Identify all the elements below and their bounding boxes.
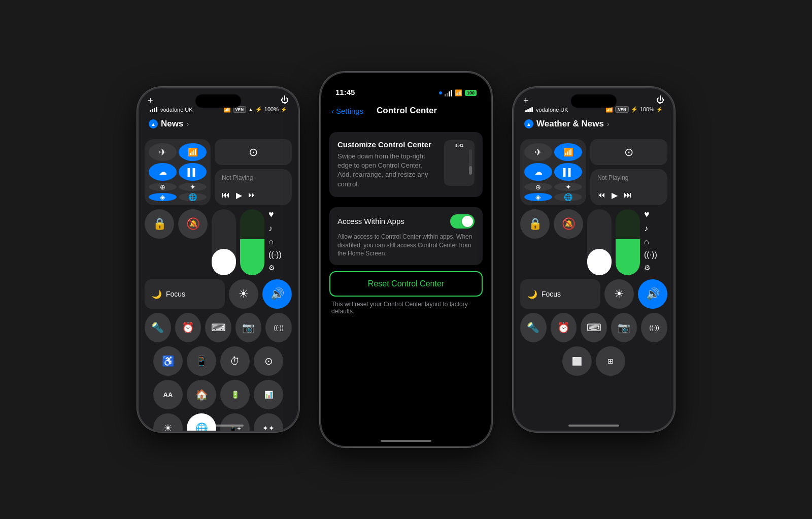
timer-btn-left[interactable]: ⏰ bbox=[175, 313, 201, 342]
grid-row1-right: 🔦 ⏰ ⌨ 📷 ((·)) bbox=[520, 313, 667, 342]
flashlight-btn-left[interactable]: 🔦 bbox=[145, 313, 171, 342]
wifi-btn-left[interactable]: 📶 bbox=[179, 143, 207, 161]
nav-title-settings: Control Center bbox=[363, 106, 450, 116]
airplay-block-left[interactable]: ⊙ bbox=[215, 139, 292, 165]
signal2-btn-left[interactable]: ((·)) bbox=[265, 313, 292, 342]
airplane-btn-right[interactable]: ✈ bbox=[524, 143, 552, 161]
play-btn-left[interactable]: ▶ bbox=[236, 190, 242, 200]
volume-btn-right[interactable]: 🔊 bbox=[638, 279, 667, 309]
remote-btn-left[interactable]: 📱 bbox=[187, 346, 216, 376]
back-button-settings[interactable]: ‹ Settings bbox=[331, 107, 363, 115]
volume-btn-left[interactable]: 🔊 bbox=[262, 279, 292, 309]
brightness-btn-right[interactable]: ☀ bbox=[604, 279, 634, 309]
camera-btn-right[interactable]: 📷 bbox=[611, 313, 637, 342]
timer-btn-right[interactable]: ⏰ bbox=[551, 313, 577, 342]
wifi-btn-right[interactable]: 📶 bbox=[554, 143, 582, 161]
bell-btn-left[interactable]: 🔕 bbox=[178, 209, 208, 239]
dynamic-island-left bbox=[195, 94, 241, 108]
volume-slider-left[interactable] bbox=[240, 209, 264, 275]
cellular-btn-right[interactable]: ▌▌ bbox=[554, 163, 582, 181]
wifi2-btn-left[interactable]: ☁ bbox=[149, 163, 177, 181]
app-title-bar-left: ▲ News › bbox=[139, 116, 298, 132]
battery-btn-left[interactable]: 🔋 bbox=[220, 380, 250, 409]
power-button-left[interactable]: ⏻ bbox=[281, 95, 289, 105]
home-bar-right bbox=[568, 425, 619, 427]
airplane-btn-left[interactable]: ✈ bbox=[149, 143, 177, 161]
music-note-icon-left: ♪ bbox=[268, 224, 282, 233]
brightness-btn-left[interactable]: ☀ bbox=[229, 279, 258, 309]
grid-row3-left: AA 🏠 🔋 📊 bbox=[145, 380, 292, 409]
flashlight-btn-right[interactable]: 🔦 bbox=[520, 313, 547, 342]
link-btn-left[interactable]: ⊕ bbox=[149, 183, 177, 191]
play-btn-right[interactable]: ▶ bbox=[612, 190, 618, 200]
customize-card: Customize Control Center Swipe down from… bbox=[329, 132, 483, 197]
brightness-slider-left[interactable] bbox=[212, 209, 236, 275]
reset-control-center-button[interactable]: Reset Control Center bbox=[329, 271, 483, 297]
globe-btn-left[interactable]: 🌐 bbox=[179, 193, 207, 201]
signal2-btn-right[interactable]: ((·)) bbox=[641, 313, 667, 342]
middle-row-right: 🔒 🔕 ♥ ♪ ⌂ ((·)) ⚙ bbox=[520, 209, 667, 275]
access-within-apps-row: Access Within Apps Allow access to Contr… bbox=[329, 207, 483, 265]
battery-pct-left: 100% bbox=[264, 106, 279, 112]
clock-btn-left[interactable]: ⏱ bbox=[220, 346, 250, 376]
airplay-icon-right: ⊙ bbox=[624, 146, 633, 159]
rewind-btn-right[interactable]: ⏮ bbox=[597, 190, 605, 200]
volume-icon-right: 🔊 bbox=[646, 287, 660, 301]
bluetooth-btn-left[interactable]: ✦ bbox=[179, 183, 207, 191]
accessibility-btn-left[interactable]: ♿ bbox=[153, 346, 183, 376]
forward-btn-left[interactable]: ⏭ bbox=[248, 190, 256, 200]
settings-nav: ‹ Settings Control Center bbox=[321, 101, 491, 121]
globe-btn-right[interactable]: 🌐 bbox=[554, 193, 582, 201]
chevron-left: › bbox=[186, 120, 189, 128]
bluetooth-btn-right[interactable]: ✦ bbox=[554, 183, 582, 191]
toggle-item-access: Access Within Apps bbox=[337, 214, 475, 229]
brightness2-btn-left[interactable]: ☀ bbox=[153, 413, 183, 432]
moon-icon-right: 🌙 bbox=[527, 289, 537, 299]
wifi2-btn-right[interactable]: ☁ bbox=[524, 163, 552, 181]
focus-label-right: Focus bbox=[542, 290, 561, 298]
music-note-icon-right: ♪ bbox=[644, 224, 657, 233]
lock-btn-left[interactable]: 🔒 bbox=[145, 209, 174, 239]
screen-btn-right[interactable]: ⬜ bbox=[562, 346, 592, 376]
back-label-settings: Settings bbox=[336, 107, 363, 115]
focus-btn-left[interactable]: 🌙 Focus bbox=[145, 279, 225, 309]
bell-btn-right[interactable]: 🔕 bbox=[554, 209, 583, 239]
volume-slider-right[interactable] bbox=[616, 209, 640, 275]
access-toggle[interactable] bbox=[450, 214, 475, 229]
left-phone: vodafone UK 📶 VPN ▲ ⚡ 100% ⚡ + ⏻ ▲ News … bbox=[137, 87, 299, 432]
access-desc: Allow access to Control Center within ap… bbox=[337, 233, 475, 258]
media-controls-right: ⏮ ▶ ⏭ bbox=[597, 190, 632, 200]
wifi3-btn-right[interactable]: ◈ bbox=[524, 193, 552, 201]
calc-btn-left[interactable]: ⌨ bbox=[205, 313, 231, 342]
brightness-slider-right[interactable] bbox=[587, 209, 612, 275]
calc-btn-right[interactable]: ⌨ bbox=[581, 313, 607, 342]
customize-desc: Swipe down from the top-right edge to op… bbox=[337, 152, 437, 189]
record-btn-left[interactable]: ⊙ bbox=[254, 346, 283, 376]
right-icons-right: ♥ ♪ ⌂ ((·)) ⚙ bbox=[644, 209, 657, 272]
connectivity-block-right: ✈ 📶 ☁ ▌▌ ⊕ ✦ ◈ 🌐 bbox=[520, 139, 586, 205]
cellular-btn-left[interactable]: ▌▌ bbox=[179, 163, 207, 181]
home-btn-left[interactable]: 🏠 bbox=[187, 380, 216, 409]
right-phone: vodafone UK 📶 VPN ⚡ 100% ⚡ + ⏻ ▲ Weather… bbox=[513, 87, 675, 432]
rewind-btn-left[interactable]: ⏮ bbox=[222, 190, 230, 200]
lock-btn-right[interactable]: 🔒 bbox=[520, 209, 550, 239]
power-button-right[interactable]: ⏻ bbox=[656, 95, 664, 105]
focus-row-left: 🌙 Focus ☀ 🔊 bbox=[145, 279, 292, 309]
wifi3-btn-left[interactable]: ◈ bbox=[149, 193, 177, 201]
grid-row2-right: ⬜ ⊞ bbox=[520, 346, 667, 376]
airplay-block-right[interactable]: ⊙ bbox=[590, 139, 667, 165]
addapp-btn-left[interactable]: 📱+ bbox=[220, 413, 250, 432]
camera-btn-left[interactable]: 📷 bbox=[235, 313, 262, 342]
qr-btn-right[interactable]: ⊞ bbox=[596, 346, 625, 376]
add-button-left[interactable]: + bbox=[148, 95, 153, 106]
phone-mini-time: 9:41 bbox=[444, 140, 475, 149]
add-button-right[interactable]: + bbox=[523, 95, 529, 106]
focus-btn-right[interactable]: 🌙 Focus bbox=[520, 279, 600, 309]
link-btn-right[interactable]: ⊕ bbox=[524, 183, 552, 191]
font-btn-left[interactable]: AA bbox=[153, 380, 183, 409]
audio-btn-left[interactable]: 📊 bbox=[254, 380, 283, 409]
sparkles-btn-left[interactable]: ✦✦ bbox=[254, 413, 283, 432]
battery-charging-right: ⚡ bbox=[656, 107, 662, 112]
forward-btn-right[interactable]: ⏭ bbox=[624, 190, 632, 200]
globe2-btn-left[interactable]: 🌐 bbox=[187, 413, 216, 432]
